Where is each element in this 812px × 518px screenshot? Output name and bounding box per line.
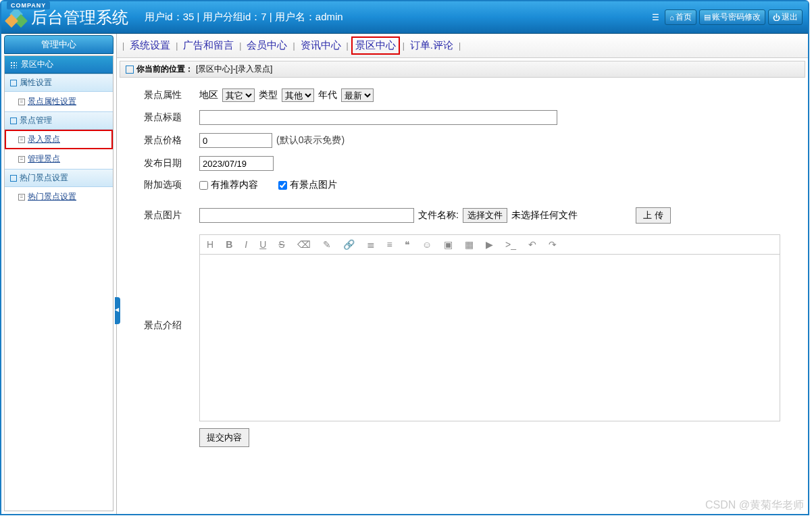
sidebar-item-attr-settings[interactable]: ≡ 景点属性设置 [5, 92, 113, 111]
heading-icon[interactable]: H [207, 239, 213, 250]
strike-icon[interactable]: S [278, 239, 284, 250]
sidebar-group-title: 景区中心 [21, 59, 53, 70]
sidebar-item-label[interactable]: 景点属性设置 [28, 96, 76, 107]
row-extra: 附加选项 有推荐内容 有景点图片 [125, 175, 800, 195]
era-label: 年代 [318, 89, 337, 101]
logout-label: 退出 [782, 11, 798, 23]
color-icon[interactable]: ✎ [323, 239, 331, 250]
recommend-checkbox[interactable] [199, 181, 208, 190]
editor-body[interactable] [200, 255, 780, 421]
window-frame: 后台管理系统 用户id：35 | 用户分组id：7 | 用户名：admin ☰ … [0, 0, 809, 515]
table-icon[interactable]: ▦ [465, 239, 474, 250]
square-icon [10, 175, 17, 182]
nav-member[interactable]: 会员中心 [244, 38, 290, 53]
price-input[interactable] [199, 133, 272, 148]
nav-system[interactable]: 系统设置 [127, 38, 173, 53]
sidebar-collapse-handle[interactable] [115, 297, 120, 324]
image-icon[interactable]: ▣ [444, 239, 453, 250]
sidebar-item-add-spot[interactable]: ≡ 录入景点 [5, 130, 113, 149]
recommend-checkbox-wrap[interactable]: 有推荐内容 [199, 179, 258, 191]
sidebar-body: 景区中心 属性设置 ≡ 景点属性设置 景点管理 ≡ 录入景点 [4, 55, 113, 511]
redo-icon[interactable]: ↷ [549, 239, 557, 250]
row-title: 景点标题 [125, 106, 800, 129]
image-checkbox-label: 有景点图片 [290, 179, 337, 191]
nav-scenic[interactable]: 景区中心 [351, 36, 400, 55]
row-price: 景点价格 (默认0表示免费) [125, 129, 800, 152]
sidebar-item-label[interactable]: 录入景点 [28, 134, 60, 145]
upload-button[interactable]: 上 传 [636, 207, 671, 224]
file-icon: ≡ [18, 156, 25, 163]
company-badge: COMPANY [7, 1, 50, 9]
home-label: 首页 [676, 11, 692, 23]
region-label: 地区 [199, 89, 218, 101]
square-icon [10, 118, 17, 124]
link-icon[interactable]: 🔗 [343, 239, 355, 250]
eraser-icon[interactable]: ⌫ [297, 239, 311, 250]
submit-button[interactable]: 提交内容 [199, 428, 249, 447]
breadcrumb: 你当前的位置： [景区中心]-[录入景点] [120, 61, 805, 78]
sidebar-group-header[interactable]: 景区中心 [5, 56, 113, 74]
italic-icon[interactable]: I [245, 239, 247, 250]
sidebar-section-manage[interactable]: 景点管理 [5, 111, 113, 130]
main-area: 管理中心 景区中心 属性设置 ≡ 景点属性设置 景点管理 [1, 34, 808, 514]
home-icon: ⌂ [669, 14, 674, 22]
list-icon[interactable]: ≣ [367, 239, 375, 250]
header-bar: 后台管理系统 用户id：35 | 用户分组id：7 | 用户名：admin ☰ … [1, 1, 808, 34]
watermark: CSDN @黄菊华老师 [705, 498, 804, 513]
nav-ads[interactable]: 广告和留言 [180, 38, 236, 53]
era-select[interactable]: 最新 [341, 88, 374, 102]
power-icon: ⏻ [773, 14, 780, 22]
logout-button[interactable]: ⏻退出 [768, 9, 803, 25]
grid-icon [10, 61, 17, 68]
nav-orders[interactable]: 订单.评论 [407, 38, 456, 53]
align-icon[interactable]: ≡ [387, 239, 392, 250]
header-actions: ☰ ⌂首页 ▤账号密码修改 ⏻退出 [652, 9, 803, 25]
image-checkbox-wrap[interactable]: 有景点图片 [278, 179, 337, 191]
sidebar: 管理中心 景区中心 属性设置 ≡ 景点属性设置 景点管理 [1, 34, 116, 514]
sidebar-section-attr[interactable]: 属性设置 [5, 74, 113, 92]
file-chooser: 文件名称: 选择文件 未选择任何文件 [418, 208, 578, 223]
nav-news[interactable]: 资讯中心 [298, 38, 344, 53]
title-input[interactable] [199, 110, 557, 125]
sidebar-section-label: 景点管理 [20, 115, 52, 126]
file-icon: ≡ [18, 99, 25, 105]
image-path-input[interactable] [199, 208, 414, 223]
file-none-text: 未选择任何文件 [511, 209, 578, 222]
row-image: 景点图片 文件名称: 选择文件 未选择任何文件 上 传 [125, 195, 800, 228]
type-select[interactable]: 其他 [282, 88, 314, 102]
password-button[interactable]: ▤账号密码修改 [699, 9, 765, 25]
sidebar-item-label[interactable]: 管理景点 [28, 153, 60, 165]
region-select[interactable]: 其它 [222, 88, 255, 102]
underline-icon[interactable]: U [259, 239, 266, 250]
date-input[interactable] [199, 156, 274, 171]
extra-label: 附加选项 [125, 179, 199, 191]
bold-icon[interactable]: B [226, 239, 232, 250]
date-label: 发布日期 [125, 157, 199, 170]
file-icon: ≡ [18, 136, 25, 143]
file-name-label: 文件名称: [418, 209, 459, 222]
home-button[interactable]: ⌂首页 [665, 9, 696, 25]
image-label: 景点图片 [125, 209, 199, 222]
sidebar-item-manage-spot[interactable]: ≡ 管理景点 [5, 149, 113, 169]
breadcrumb-prefix: 你当前的位置： [136, 63, 193, 75]
sidebar-section-label: 热门景点设置 [20, 172, 68, 184]
emoji-icon[interactable]: ☺ [422, 239, 432, 250]
undo-icon[interactable]: ↶ [528, 239, 536, 250]
logo-icon [7, 9, 26, 28]
system-title: 后台管理系统 [31, 7, 128, 28]
video-icon[interactable]: ▶ [486, 239, 493, 250]
code-icon[interactable]: >_ [505, 239, 516, 250]
sidebar-item-label[interactable]: 热门景点设置 [28, 191, 76, 203]
image-checkbox[interactable] [278, 181, 287, 190]
title-label: 景点标题 [125, 111, 199, 124]
row-date: 发布日期 [125, 152, 800, 175]
page-icon [126, 66, 134, 74]
attr-label: 景点属性 [125, 89, 199, 101]
recommend-label: 有推荐内容 [211, 179, 258, 191]
quote-icon[interactable]: ❝ [405, 239, 410, 250]
choose-file-button[interactable]: 选择文件 [463, 208, 507, 223]
list-icon: ☰ [652, 13, 659, 22]
sidebar-section-label: 属性设置 [20, 77, 52, 88]
sidebar-item-hot-settings[interactable]: ≡ 热门景点设置 [5, 187, 113, 207]
sidebar-section-hot[interactable]: 热门景点设置 [5, 169, 113, 187]
